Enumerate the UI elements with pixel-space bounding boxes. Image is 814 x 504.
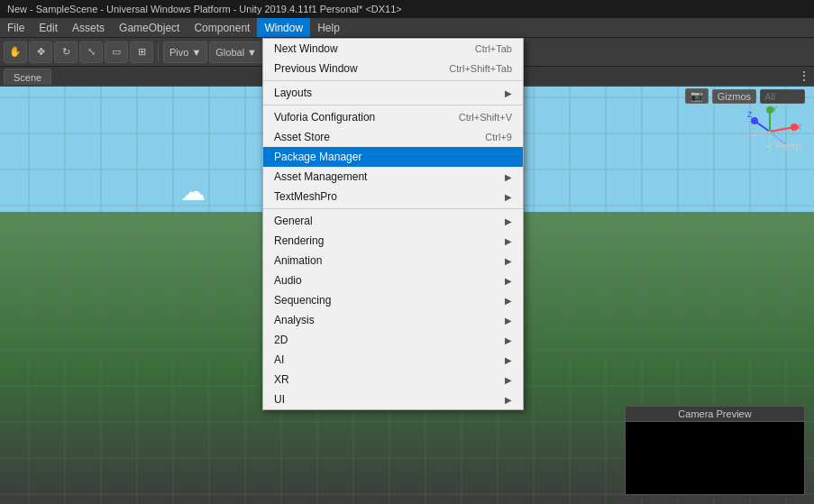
menu-separator: [263, 80, 523, 81]
menu-item-label: Animation: [274, 254, 505, 267]
camera-preview-viewport: [626, 422, 804, 494]
menu-item-next-window[interactable]: Next WindowCtrl+Tab: [263, 39, 523, 59]
menu-item-previous-window[interactable]: Previous WindowCtrl+Shift+Tab: [263, 59, 523, 78]
title-bar: New - SampleScene - Universal Windows Pl…: [0, 0, 814, 18]
menu-item-asset-store[interactable]: Asset StoreCtrl+9: [263, 127, 523, 147]
submenu-arrow-icon: ▶: [505, 192, 512, 202]
menu-item-label: Audio: [274, 274, 505, 287]
menu-item-label: TextMeshPro: [274, 190, 505, 203]
menu-item-label: Layouts: [274, 87, 505, 99]
svg-text:Y: Y: [772, 105, 777, 114]
menu-item-label: Asset Management: [274, 170, 505, 183]
menu-item-shortcut: Ctrl+Shift+V: [459, 112, 512, 123]
tool-rotate[interactable]: ↻: [54, 41, 78, 63]
camera-preview-panel: Camera Preview: [625, 406, 805, 495]
menu-item-package-manager[interactable]: Package Manager: [263, 147, 523, 167]
svg-line-10: [745, 132, 770, 136]
submenu-arrow-icon: ▶: [505, 296, 512, 306]
submenu-arrow-icon: ▶: [505, 395, 512, 405]
menu-item-shortcut: Ctrl+Tab: [475, 43, 512, 54]
menu-item-analysis[interactable]: Analysis▶: [263, 310, 523, 330]
tool-hand[interactable]: ✋: [4, 41, 27, 63]
window-dropdown-menu: Next WindowCtrl+TabPrevious WindowCtrl+S…: [262, 38, 524, 410]
menu-item-label: Rendering: [274, 234, 505, 247]
toolbar-sep1: [158, 43, 159, 61]
tool-move[interactable]: ✥: [29, 41, 52, 63]
menu-item-shortcut: Ctrl+9: [485, 132, 512, 142]
menu-item-label: Asset Store: [274, 131, 485, 143]
persp-label: < Persp: [767, 141, 801, 151]
pivot-label: Pivo: [169, 47, 188, 58]
menu-item-vuforia[interactable]: Vuforia ConfigurationCtrl+Shift+V: [263, 107, 523, 127]
submenu-arrow-icon: ▶: [505, 335, 512, 345]
scene-view-options[interactable]: ⋮: [794, 67, 814, 85]
submenu-arrow-icon: ▶: [505, 256, 512, 266]
title-text: New - SampleScene - Universal Windows Pl…: [7, 4, 402, 14]
tool-scale[interactable]: ⤡: [79, 41, 103, 63]
gizmos-btn[interactable]: Gizmos: [712, 89, 756, 104]
submenu-arrow-icon: ▶: [505, 375, 512, 385]
menu-bar: File Edit Assets GameObject Component Wi…: [0, 18, 814, 38]
menu-item-ai[interactable]: AI▶: [263, 350, 523, 370]
menu-item-animation[interactable]: Animation▶: [263, 251, 523, 270]
menu-item-ui[interactable]: UI▶: [263, 389, 523, 409]
scene-tab[interactable]: Scene: [4, 69, 51, 85]
menu-item-label: Analysis: [274, 314, 505, 326]
menu-item-xr[interactable]: XR▶: [263, 370, 523, 389]
menu-item-sequencing[interactable]: Sequencing▶: [263, 290, 523, 310]
menu-item-label: AI: [274, 353, 505, 366]
menu-item-label: XR: [274, 373, 505, 386]
global-label: Global: [215, 47, 244, 58]
menu-item-layouts[interactable]: Layouts▶: [263, 83, 523, 103]
submenu-arrow-icon: ▶: [505, 236, 512, 246]
menu-item-label: Previous Window: [274, 62, 449, 75]
menu-item-shortcut: Ctrl+Shift+Tab: [449, 63, 512, 74]
submenu-arrow-icon: ▶: [505, 216, 512, 226]
menu-item-label: General: [274, 215, 505, 227]
submenu-arrow-icon: ▶: [505, 355, 512, 365]
menu-item-label: UI: [274, 393, 505, 406]
menu-help[interactable]: Help: [310, 18, 347, 37]
svg-line-3: [770, 127, 794, 132]
global-toggle[interactable]: Global ▼: [209, 41, 263, 63]
camera-icon-btn[interactable]: 📷: [685, 88, 709, 104]
pivot-toggle[interactable]: Pivo ▼: [163, 41, 207, 63]
submenu-arrow-icon: ▶: [505, 88, 512, 98]
menu-item-label: Package Manager: [274, 151, 512, 163]
menu-assets[interactable]: Assets: [65, 18, 112, 37]
scene-search-input[interactable]: [760, 89, 805, 104]
menu-window[interactable]: Window: [257, 18, 310, 37]
gizmo-area: 📷 Gizmos: [685, 88, 805, 104]
tool-transform[interactable]: ⊞: [130, 41, 153, 63]
submenu-arrow-icon: ▶: [505, 276, 512, 286]
menu-file[interactable]: File: [0, 18, 32, 37]
menu-item-rendering[interactable]: Rendering▶: [263, 231, 523, 251]
cloud-object: ☁: [180, 177, 206, 206]
camera-preview-title: Camera Preview: [626, 407, 804, 422]
menu-item-asset-management[interactable]: Asset Management▶: [263, 167, 523, 187]
menu-item-label: Next Window: [274, 42, 475, 55]
menu-item-label: Sequencing: [274, 294, 505, 307]
menu-component[interactable]: Component: [187, 18, 257, 37]
svg-text:X: X: [796, 123, 801, 132]
menu-separator: [263, 208, 523, 209]
submenu-arrow-icon: ▶: [505, 172, 512, 182]
menu-edit[interactable]: Edit: [32, 18, 65, 37]
menu-item-label: Vuforia Configuration: [274, 111, 459, 124]
submenu-arrow-icon: ▶: [505, 316, 512, 325]
menu-separator: [263, 105, 523, 105]
menu-item-audio[interactable]: Audio▶: [263, 270, 523, 290]
svg-text:Z: Z: [747, 110, 753, 119]
menu-item-textmeshpro[interactable]: TextMeshPro▶: [263, 187, 523, 206]
menu-item-2d[interactable]: 2D▶: [263, 330, 523, 350]
tool-rect[interactable]: ▭: [105, 41, 128, 63]
menu-gameobject[interactable]: GameObject: [112, 18, 187, 37]
menu-item-label: 2D: [274, 334, 505, 346]
pivot-arrow: ▼: [191, 47, 201, 58]
menu-item-general[interactable]: General▶: [263, 211, 523, 231]
global-arrow: ▼: [247, 47, 257, 58]
